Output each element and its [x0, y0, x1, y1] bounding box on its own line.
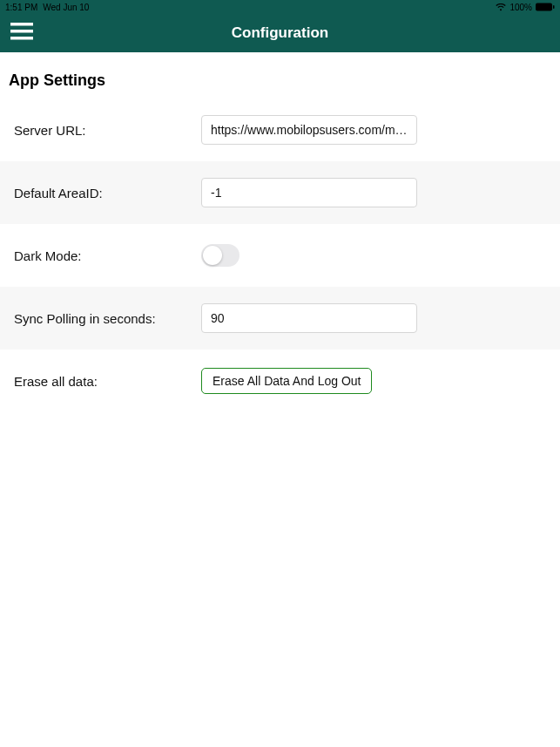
- status-battery-pct: 100%: [509, 3, 532, 12]
- status-time: 1:51 PM: [5, 3, 37, 12]
- svg-rect-4: [10, 37, 33, 40]
- input-sync-polling[interactable]: [201, 303, 417, 333]
- row-sync-polling: Sync Polling in seconds:: [0, 287, 560, 350]
- status-date: Wed Jun 10: [43, 3, 89, 12]
- svg-rect-1: [553, 5, 555, 9]
- label-area-id: Default AreaID:: [14, 186, 201, 200]
- row-server-url: Server URL:: [0, 98, 560, 161]
- svg-rect-2: [10, 23, 33, 26]
- hamburger-menu-icon[interactable]: [10, 23, 33, 44]
- app-header: Configuration: [0, 14, 560, 52]
- input-server-url[interactable]: [201, 115, 417, 145]
- label-dark-mode: Dark Mode:: [14, 248, 201, 263]
- row-area-id: Default AreaID:: [0, 161, 560, 224]
- label-server-url: Server URL:: [14, 123, 201, 138]
- status-bar: 1:51 PM Wed Jun 10 100%: [0, 0, 560, 14]
- label-erase: Erase all data:: [14, 374, 201, 389]
- erase-button[interactable]: Erase All Data And Log Out: [201, 368, 372, 394]
- section-heading: App Settings: [0, 52, 560, 98]
- page-title: Configuration: [232, 24, 328, 42]
- svg-rect-3: [10, 30, 33, 33]
- svg-rect-0: [536, 3, 552, 11]
- battery-icon: [536, 3, 555, 11]
- toggle-knob: [203, 246, 222, 265]
- row-erase: Erase all data: Erase All Data And Log O…: [0, 350, 560, 412]
- label-sync-polling: Sync Polling in seconds:: [14, 311, 201, 326]
- row-dark-mode: Dark Mode:: [0, 224, 560, 287]
- input-area-id[interactable]: [201, 178, 417, 207]
- toggle-dark-mode[interactable]: [201, 244, 240, 267]
- content: App Settings Server URL: Default AreaID:…: [0, 52, 560, 412]
- wifi-icon: [496, 3, 506, 11]
